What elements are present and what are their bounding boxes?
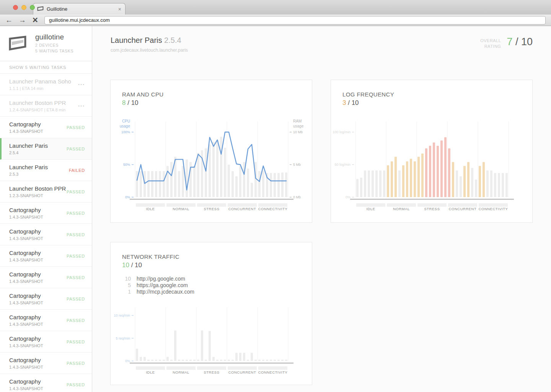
app-brand: guillotine 2 DEVICES 5 WAITING TASKS <box>0 26 92 61</box>
task-row[interactable]: Cartography1.4.3-SNAPSHOTPASSED <box>0 310 92 331</box>
task-subtitle: 1.4.3-SNAPSHOT <box>9 236 43 241</box>
svg-text:0%: 0% <box>125 195 130 199</box>
task-title: Cartography <box>9 271 43 278</box>
chart-score-network-traffic: 10 / 10 <box>122 261 312 269</box>
minimize-window-button[interactable] <box>21 5 26 10</box>
task-status-badge: PASSED <box>67 232 85 237</box>
overall-rating-value: 7 / 10 <box>507 36 533 48</box>
svg-text:NORMAL: NORMAL <box>393 207 410 211</box>
task-row[interactable]: Cartography1.4.3-SNAPSHOTPASSED <box>0 245 92 267</box>
task-row[interactable]: Cartography1.4.3-SNAPSHOTPASSED <box>0 117 92 138</box>
task-status-badge: PASSED <box>67 297 85 301</box>
browser-tab-bar: Guillotine × <box>0 0 551 15</box>
svg-text:100 log/min: 100 log/min <box>333 130 350 134</box>
svg-text:usage: usage <box>120 124 130 128</box>
task-status-badge: PASSED <box>67 382 85 387</box>
task-title: Cartography <box>9 250 43 256</box>
network-traffic-card: NETWORK TRAFFIC 10 / 10 10http://pg.goog… <box>110 242 312 385</box>
svg-text:CONNECTIVITY: CONNECTIVITY <box>258 207 288 211</box>
svg-text:NORMAL: NORMAL <box>173 207 189 211</box>
task-status-badge: PASSED <box>67 189 85 194</box>
task-status-badge: PASSED <box>67 361 85 366</box>
back-button[interactable]: ← <box>5 16 13 24</box>
chart-score-log-frequency: 3 / 10 <box>342 99 532 107</box>
svg-text:CONCURRENT: CONCURRENT <box>449 207 477 211</box>
task-status-badge: FAILED <box>69 168 85 173</box>
log-frequency-card: LOG FREQUENCY 3 / 10 100 log/min50 log/m… <box>331 80 533 223</box>
task-subtitle: 2.5.4 <box>9 150 48 155</box>
chart-title-network-traffic: NETWORK TRAFFIC <box>122 253 312 260</box>
network-traffic-chart: 10 req/min5 req/min0%IDLENORMALSTRESSCON… <box>111 303 313 379</box>
app-frame: guillotine 2 DEVICES 5 WAITING TASKS SHO… <box>0 26 551 392</box>
svg-text:CONNECTIVITY: CONNECTIVITY <box>479 207 508 211</box>
overall-rating: OVERALL RATING 7 / 10 <box>480 36 533 53</box>
show-waiting-tasks-toggle[interactable]: SHOW 5 WAITING TASKS <box>0 61 92 74</box>
svg-text:50 log/min: 50 log/min <box>334 163 350 167</box>
forward-button[interactable]: → <box>19 16 26 24</box>
app-title-text: Launcher Paris <box>111 36 162 44</box>
tab-close-icon[interactable]: × <box>118 7 121 12</box>
task-row[interactable]: Launcher Paris2.5.3FAILED <box>0 160 92 181</box>
svg-text:0%: 0% <box>346 195 350 199</box>
task-row[interactable]: Launcher Boston PPR1.2.3-SNAPSHOTPASSED <box>0 181 92 203</box>
task-subtitle: 1.4.3-SNAPSHOT <box>9 343 43 348</box>
chart-title-ram-cpu: RAM AND CPU <box>122 91 312 98</box>
task-status-badge: PASSED <box>67 254 85 258</box>
tab-title: Guillotine <box>47 6 115 12</box>
task-status-badge: PASSED <box>67 275 85 280</box>
task-row[interactable]: Cartography1.4.3-SNAPSHOTPASSED <box>0 203 92 224</box>
stop-button[interactable]: ✕ <box>32 16 38 24</box>
request-url[interactable]: https://ga.google.com <box>137 282 188 289</box>
app-version-text: 2.5.4 <box>164 36 181 44</box>
svg-text:usage: usage <box>293 124 304 128</box>
task-subtitle: 1.4.3-SNAPSHOT <box>9 386 43 391</box>
window-controls <box>13 5 35 10</box>
browser-tab[interactable]: Guillotine × <box>33 3 126 15</box>
task-subtitle: 1.4.3-SNAPSHOT <box>9 301 43 305</box>
ram-cpu-chart: 100%50%0%CPUusage10 Mb5 Mb0 MbRAMusageID… <box>111 117 313 216</box>
browser-toolbar: ← → ✕ <box>0 15 551 26</box>
guillotine-favicon-icon <box>37 6 44 13</box>
task-subtitle: 1.4.3-SNAPSHOT <box>9 129 43 134</box>
task-list: Launcher Panama Soho1.1.1 | ETA 14 min··… <box>0 74 92 392</box>
task-row[interactable]: Launcher Paris2.5.4PASSED <box>0 138 92 160</box>
close-window-button[interactable] <box>13 5 18 10</box>
task-status-badge: PASSED <box>67 147 85 151</box>
task-title: Cartography <box>9 314 43 320</box>
task-menu-icon[interactable]: ··· <box>78 103 85 109</box>
task-menu-icon[interactable]: ··· <box>78 81 85 88</box>
svg-text:10 Mb: 10 Mb <box>293 130 303 134</box>
request-url[interactable]: http://pg.google.com <box>137 276 185 282</box>
svg-text:CONCURRENT: CONCURRENT <box>228 370 256 374</box>
address-bar[interactable] <box>44 16 546 24</box>
task-title: Cartography <box>9 378 43 385</box>
svg-text:5 req/min: 5 req/min <box>116 336 130 340</box>
svg-text:STRESS: STRESS <box>204 207 219 211</box>
task-row[interactable]: Cartography1.4.3-SNAPSHOTPASSED <box>0 267 92 288</box>
request-row: 1http://mcp.jcdecaux.com <box>122 289 312 295</box>
task-row[interactable]: Cartography1.4.3-SNAPSHOTPASSED <box>0 353 92 374</box>
chart-score-ram-cpu: 8 / 10 <box>122 99 312 107</box>
task-status-badge: PASSED <box>67 211 85 216</box>
request-url[interactable]: http://mcp.jcdecaux.com <box>137 289 194 295</box>
task-title: Launcher Paris <box>9 164 48 170</box>
task-row[interactable]: Launcher Boston PPR1.2.4-SNAPSHOT | ETA … <box>0 95 92 117</box>
task-row[interactable]: Cartography1.4.3-SNAPSHOTPASSED <box>0 331 92 353</box>
task-row[interactable]: Cartography1.4.3-SNAPSHOTPASSED <box>0 288 92 310</box>
waiting-tasks-count-label: 5 WAITING TASKS <box>35 48 73 54</box>
svg-text:CONNECTIVITY: CONNECTIVITY <box>258 370 288 374</box>
task-subtitle: 1.4.3-SNAPSHOT <box>9 365 43 369</box>
task-title: Cartography <box>9 207 43 213</box>
task-row[interactable]: Cartography1.4.3-SNAPSHOTPASSED <box>0 374 92 392</box>
task-row[interactable]: Launcher Panama Soho1.1.1 | ETA 14 min··… <box>0 74 92 95</box>
task-row[interactable]: Cartography1.4.3-SNAPSHOTPASSED <box>0 224 92 245</box>
task-subtitle: 1.4.3-SNAPSHOT <box>9 279 43 284</box>
svg-text:50%: 50% <box>123 163 130 167</box>
svg-text:CONCURRENT: CONCURRENT <box>228 207 256 211</box>
task-subtitle: 2.5.3 <box>9 172 48 176</box>
request-row: 5https://ga.google.com <box>122 282 312 289</box>
main-content: Launcher Paris 2.5.4 com.jcdecaux.liveto… <box>92 26 551 392</box>
app-name: guillotine <box>35 33 73 41</box>
zoom-window-button[interactable] <box>30 5 35 10</box>
sidebar: guillotine 2 DEVICES 5 WAITING TASKS SHO… <box>0 26 92 392</box>
